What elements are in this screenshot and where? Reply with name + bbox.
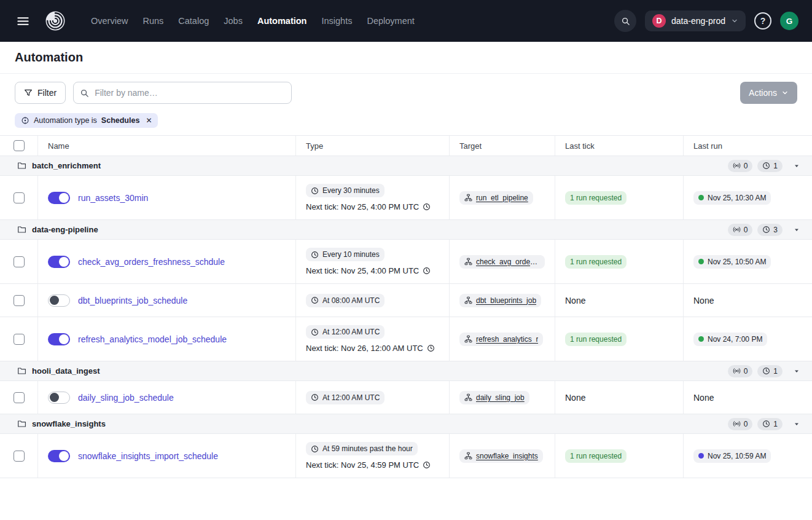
schedule-clock-icon (762, 367, 770, 375)
cadence-chip: At 12:00 AM UTC (306, 391, 385, 404)
job-graph-icon (464, 393, 472, 401)
last-run-chip[interactable]: Nov 24, 7:00 PM (693, 333, 767, 346)
target-link-chip[interactable]: daily_sling_job (459, 391, 529, 404)
run-status-dot (698, 336, 704, 342)
schedule-count-badge: 3 (757, 224, 783, 236)
target-link-chip[interactable]: snowflake_insights (459, 449, 543, 463)
schedule-count-badge: 1 (757, 160, 783, 172)
nav-automation[interactable]: Automation (251, 11, 313, 31)
row-checkbox[interactable] (14, 334, 25, 345)
group-row[interactable]: snowflake_insights01 (0, 414, 812, 434)
avatar[interactable]: G (780, 12, 798, 30)
nav-deployment[interactable]: Deployment (361, 11, 420, 31)
sensor-icon (733, 367, 741, 375)
page-header: Automation (0, 42, 812, 74)
group-row[interactable]: data-eng-pipeline03 (0, 220, 812, 240)
deployment-switcher[interactable]: D data-eng-prod (645, 10, 746, 31)
row-checkbox[interactable] (14, 192, 25, 203)
schedule-toggle[interactable] (48, 294, 70, 307)
last-run-chip[interactable]: Nov 25, 10:30 AM (693, 191, 771, 205)
column-header-type: Type (295, 136, 449, 156)
target-link-chip[interactable]: dbt_blueprints_job (459, 294, 541, 307)
job-graph-icon (464, 296, 472, 304)
sensor-icon (733, 420, 741, 428)
nav-jobs[interactable]: Jobs (217, 11, 249, 31)
menu-icon[interactable] (14, 12, 32, 30)
last-run-none: None (693, 393, 714, 403)
schedule-row: refresh_analytics_model_job_scheduleAt 1… (0, 317, 812, 361)
group-name: hooli_data_ingest (32, 366, 100, 376)
filter-tag-automation-type: Automation type is Schedules ✕ (15, 113, 158, 128)
clock-icon (311, 445, 319, 453)
help-glyph: ? (760, 16, 766, 26)
schedule-count-badge: 1 (757, 418, 783, 430)
filter-tag-value: Schedules (101, 116, 140, 125)
nav-catalog[interactable]: Catalog (172, 11, 215, 31)
schedule-toggle[interactable] (48, 192, 70, 204)
filter-button[interactable]: Filter (15, 82, 66, 104)
row-checkbox[interactable] (14, 256, 25, 267)
target-link-chip[interactable]: run_etl_pipeline (459, 191, 533, 205)
last-run-none: None (693, 296, 714, 305)
schedule-name-link[interactable]: check_avg_orders_freshness_schdule (78, 257, 225, 267)
cadence-chip: Every 30 minutes (306, 184, 385, 197)
name-filter-input[interactable] (73, 82, 292, 104)
job-graph-icon (464, 452, 472, 460)
schedule-count-badge: 1 (757, 365, 783, 377)
deployment-badge: D (652, 14, 666, 28)
schedule-name-link[interactable]: run_assets_30min (78, 193, 148, 203)
group-row[interactable]: hooli_data_ingest01 (0, 361, 812, 381)
schedule-row: snowflake_insights_import_scheduleAt 59 … (0, 434, 812, 478)
row-checkbox[interactable] (14, 392, 25, 403)
collapse-group-icon[interactable] (790, 417, 803, 431)
run-status-dot (698, 453, 704, 459)
search-icon (80, 89, 89, 98)
clock-icon (311, 328, 319, 336)
collapse-group-icon[interactable] (790, 159, 803, 173)
sensor-icon (733, 162, 741, 170)
actions-button[interactable]: Actions (740, 82, 797, 104)
top-nav: Overview Runs Catalog Jobs Automation In… (0, 0, 812, 42)
collapse-group-icon[interactable] (790, 223, 803, 237)
search-icon[interactable] (614, 10, 636, 32)
last-run-chip[interactable]: Nov 25, 10:59 AM (693, 449, 771, 463)
group-row[interactable]: batch_enrichment01 (0, 156, 812, 176)
table-header: Name Type Target Last tick Last run (0, 136, 812, 156)
nav-overview[interactable]: Overview (85, 11, 134, 31)
schedule-name-link[interactable]: daily_sling_job_schedule (78, 393, 174, 403)
run-status-dot (698, 195, 704, 200)
row-checkbox[interactable] (14, 295, 25, 306)
schedule-toggle[interactable] (48, 392, 70, 404)
help-icon[interactable]: ? (754, 12, 771, 30)
clock-icon (423, 267, 431, 275)
schedule-name-link[interactable]: dbt_blueprints_job_schedule (78, 296, 187, 305)
folder-icon (17, 225, 26, 234)
nav-runs[interactable]: Runs (136, 11, 170, 31)
select-all-checkbox[interactable] (14, 140, 25, 151)
sensor-count-badge: 0 (728, 160, 753, 172)
target-link-chip[interactable]: refresh_analytics_r (459, 333, 543, 346)
last-tick-status-chip: 1 run requested (565, 255, 627, 269)
schedule-toggle[interactable] (48, 450, 70, 462)
schedule-row: daily_sling_job_scheduleAt 12:00 AM UTCd… (0, 381, 812, 414)
schedules-table: Name Type Target Last tick Last run batc… (0, 136, 812, 478)
schedule-toggle[interactable] (48, 333, 70, 345)
schedule-name-link[interactable]: snowflake_insights_import_schedule (78, 451, 218, 461)
row-checkbox[interactable] (14, 451, 25, 462)
folder-icon (17, 161, 26, 170)
schedule-toggle[interactable] (48, 256, 70, 268)
nav-insights[interactable]: Insights (315, 11, 358, 31)
close-icon[interactable]: ✕ (146, 116, 152, 125)
column-header-last-tick: Last tick (555, 136, 683, 156)
schedule-clock-icon (762, 420, 770, 428)
last-run-chip[interactable]: Nov 25, 10:50 AM (693, 255, 771, 269)
column-header-name: Name (37, 136, 295, 156)
topbar-actions: D data-eng-prod ? G (614, 10, 798, 32)
target-link-chip[interactable]: check_avg_orders_ (459, 255, 545, 269)
last-tick-status-chip: 1 run requested (565, 449, 627, 463)
run-status-dot (698, 259, 704, 264)
deployment-name: data-eng-prod (671, 16, 725, 26)
schedule-clock-icon (762, 162, 770, 170)
schedule-name-link[interactable]: refresh_analytics_model_job_schedule (78, 334, 227, 344)
collapse-group-icon[interactable] (790, 364, 803, 378)
